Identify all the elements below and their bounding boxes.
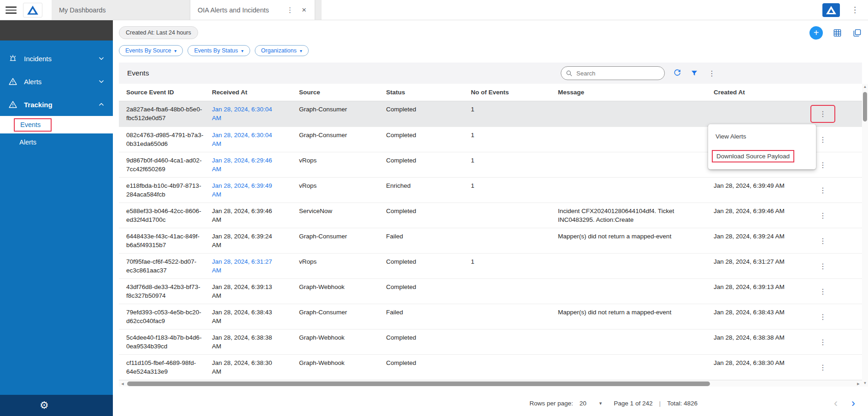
cell-received-at: Jan 28, 2024, 6:29:46 AM: [212, 156, 299, 173]
organizations-dropdown[interactable]: Organizations ▾: [255, 45, 309, 56]
column-header-message[interactable]: Message: [558, 89, 714, 96]
events-by-source-dropdown[interactable]: Events By Source ▾: [119, 45, 183, 56]
column-header-no-of-events[interactable]: No of Events: [471, 89, 558, 96]
tab-oia-alerts-and-incidents[interactable]: OIA Alerts and Incidents ⋮ ×: [190, 0, 315, 20]
column-header-created-at[interactable]: Created At: [714, 89, 804, 96]
hscroll-thumb[interactable]: [127, 381, 710, 386]
scroll-left-icon[interactable]: ◄: [119, 381, 126, 386]
column-header-source[interactable]: Source: [299, 89, 386, 96]
events-panel-header: Events ⋮: [119, 63, 862, 84]
sidebar-item-tracking-alerts[interactable]: Alerts: [0, 133, 113, 151]
sidebar-item-label: Incidents: [24, 55, 52, 63]
table-row[interactable]: 79efd393-c053-4e5b-bc20-d62cc040fac9 Jan…: [119, 304, 862, 329]
scroll-right-icon[interactable]: ►: [855, 381, 862, 386]
received-at-value[interactable]: Jan 28, 2024, 6:30:04 AM: [212, 105, 280, 122]
cell-status: Completed: [386, 105, 471, 114]
panel-kebab-icon[interactable]: ⋮: [706, 68, 717, 79]
search-box[interactable]: [561, 66, 665, 80]
row-actions-kebab-icon[interactable]: ⋮: [815, 260, 830, 272]
menu-item-view-alerts[interactable]: View Alerts: [708, 127, 816, 146]
created-at-filter-chip[interactable]: Created At: Last 24 hours: [119, 26, 198, 39]
table-row[interactable]: 6448433e-f43c-41ac-849f-b6a5f49315b7 Jan…: [119, 228, 862, 254]
received-at-value[interactable]: Jan 28, 2024, 6:30:04 AM: [212, 131, 280, 148]
horizontal-scrollbar[interactable]: ◄ ►: [119, 380, 862, 387]
brand-button[interactable]: [822, 3, 840, 17]
table-row[interactable]: e118fbda-b10c-4b97-8713-284aca584fcb Jan…: [119, 178, 862, 203]
row-actions-kebab-icon[interactable]: ⋮: [815, 210, 830, 221]
hamburger-menu-icon[interactable]: [6, 6, 17, 14]
pagination-footer: Rows per page: 20 ▾ Page 1 of 242 | Tota…: [113, 392, 868, 416]
row-actions-kebab-icon[interactable]: ⋮: [815, 311, 830, 323]
cell-received-at: Jan 28, 2024, 6:30:04 AM: [212, 105, 299, 122]
cell-source-event-id: 5c4dee40-f183-4b7b-b4d6-0ea9534b39cd: [126, 333, 212, 351]
settings-gear-icon[interactable]: ⚙: [40, 399, 49, 411]
hscroll-track[interactable]: [126, 381, 855, 387]
column-header-received-at[interactable]: Received At: [212, 89, 299, 96]
sidebar-item-events[interactable]: Events: [0, 116, 113, 133]
panel-title: Events: [127, 69, 149, 77]
add-button[interactable]: +: [809, 26, 823, 40]
scroll-up-icon[interactable]: ▲: [862, 84, 868, 90]
row-actions-kebab-icon[interactable]: ⋮: [815, 185, 830, 196]
sidebar-item-incidents[interactable]: Incidents: [0, 47, 113, 70]
received-at-value[interactable]: Jan 28, 2024, 6:31:27 AM: [212, 257, 280, 275]
cell-no-of-events: 1: [471, 181, 558, 190]
rows-per-page-select[interactable]: 20 ▾: [580, 400, 602, 407]
table-row[interactable]: 5c4dee40-f183-4b7b-b4d6-0ea9534b39cd Jan…: [119, 329, 862, 355]
table-row[interactable]: e588ef33-b046-42cc-8606-ed32f4d1700c Jan…: [119, 203, 862, 228]
brand-logo-icon: [826, 6, 837, 15]
filter-funnel-icon[interactable]: [690, 69, 699, 78]
cell-status: Completed: [386, 257, 471, 266]
row-actions-kebab-icon[interactable]: ⋮: [815, 336, 830, 348]
row-actions-kebab-icon[interactable]: ⋮: [815, 362, 830, 373]
vertical-scrollbar[interactable]: ▲ ▼: [862, 84, 868, 387]
kebab-annotation-wrap: ⋮: [815, 235, 830, 247]
copy-layout-icon[interactable]: [852, 28, 862, 38]
previous-page-icon[interactable]: ‹: [834, 399, 838, 408]
row-actions-kebab-icon[interactable]: ⋮: [815, 108, 830, 120]
table-row[interactable]: 70f95fae-cf6f-4522-bd07-ec3c861aac37 Jan…: [119, 254, 862, 279]
tab-close-icon[interactable]: ×: [299, 5, 309, 16]
cell-actions: ⋮: [804, 185, 841, 196]
topbar-kebab-icon[interactable]: ⋮: [849, 3, 861, 17]
search-input[interactable]: [576, 70, 660, 77]
column-header-source-event-id[interactable]: Source Event ID: [126, 89, 212, 96]
grid-view-icon[interactable]: [832, 28, 843, 38]
row-actions-kebab-icon[interactable]: ⋮: [815, 286, 830, 297]
app-logo[interactable]: [23, 3, 42, 17]
events-by-status-dropdown[interactable]: Events By Status ▾: [188, 45, 250, 56]
row-actions-kebab-icon[interactable]: ⋮: [815, 235, 830, 247]
refresh-icon[interactable]: [672, 68, 682, 78]
table-row[interactable]: 2a827ae4-fba6-48b0-b5e0-fbc512de0d57 Jan…: [119, 101, 862, 127]
caret-down-icon: ▾: [241, 48, 244, 53]
tab-options-icon[interactable]: ⋮: [284, 5, 296, 15]
pill-label: Events By Source: [125, 47, 171, 54]
cell-source: Graph-Webhook: [299, 333, 386, 342]
alerts-icon: [8, 77, 18, 86]
kebab-annotation-wrap: ⋮: [815, 185, 830, 196]
my-dashboards-label[interactable]: My Dashboards: [52, 0, 190, 20]
pill-label: Events By Status: [194, 47, 238, 54]
cell-received-at: Jan 28, 2024, 6:30:04 AM: [212, 131, 299, 148]
vscroll-thumb[interactable]: [863, 92, 867, 121]
table-row[interactable]: 43df76d8-de33-42b3-bf73-f8c327b50974 Jan…: [119, 279, 862, 304]
cell-created-at: Jan 28, 2024, 6:39:46 AM: [714, 207, 804, 215]
rows-per-page-label: Rows per page:: [529, 400, 573, 407]
table-row[interactable]: cf11d105-fbef-4689-98fd-64e524a313e9 Jan…: [119, 355, 862, 380]
sidebar-item-alerts[interactable]: Alerts: [0, 70, 113, 93]
cell-no-of-events: 1: [471, 131, 558, 139]
sidebar-item-tracking[interactable]: Tracking: [0, 93, 113, 116]
cell-source: ServiceNow: [299, 207, 386, 215]
row-actions-kebab-icon[interactable]: ⋮: [815, 134, 830, 145]
received-at-value[interactable]: Jan 28, 2024, 6:39:49 AM: [212, 181, 280, 199]
cell-actions: ⋮: [804, 311, 841, 323]
received-at-value[interactable]: Jan 28, 2024, 6:29:46 AM: [212, 156, 280, 173]
cell-source: Graph-Consumer: [299, 131, 386, 139]
scroll-down-icon[interactable]: ▼: [862, 380, 868, 387]
column-header-status[interactable]: Status: [386, 89, 471, 96]
menu-item-download-source-payload[interactable]: Download Source Payload: [708, 146, 816, 167]
row-actions-kebab-icon[interactable]: ⋮: [815, 159, 830, 171]
next-page-icon[interactable]: ›: [851, 399, 855, 408]
sidebar-subitem-label: Events: [20, 121, 41, 128]
footer-separator: |: [659, 400, 661, 407]
